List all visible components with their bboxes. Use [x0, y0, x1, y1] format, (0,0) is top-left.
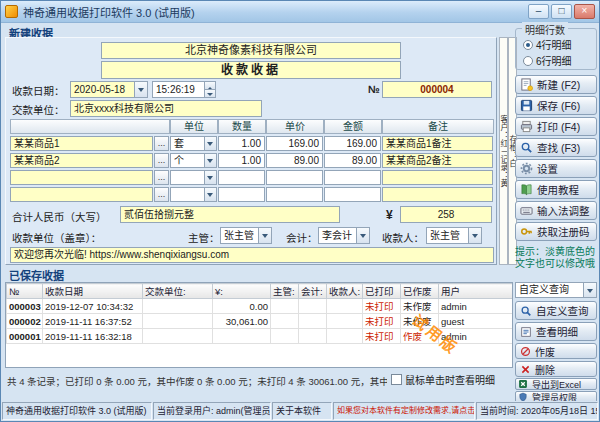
item-price-input[interactable]: 169.00 [266, 136, 323, 151]
item-browse-button[interactable]: ... [154, 170, 169, 185]
find-button[interactable]: 查找 (F3) [515, 138, 597, 157]
maximize-button[interactable]: □ [551, 4, 572, 19]
ime-adjust-button[interactable]: 输入法调整 [515, 201, 597, 220]
saved-row[interactable]: 000002 2019-11-11 16:37:52 30,061.00 未打印… [7, 314, 513, 329]
saved-col-user[interactable]: 用户 [439, 284, 513, 299]
item-note-input[interactable] [382, 187, 493, 202]
item-name-input[interactable]: 某某商品1 [10, 136, 153, 151]
query-type-select[interactable]: 自定义查询 [515, 282, 597, 298]
ime-adjust-button-label: 输入法调整 [537, 203, 590, 218]
chevron-down-icon[interactable] [583, 283, 596, 297]
receipt-time-field[interactable]: 15:26:19 [152, 81, 216, 98]
click-to-view-checkbox[interactable]: 鼠标单击时查看明细 [391, 372, 495, 387]
time-spinner[interactable] [204, 82, 215, 97]
saved-row[interactable]: 000003 2019-12-07 10:34:32 0.00 未打印 未作废 … [7, 299, 513, 314]
tutorial-button[interactable]: 使用教程 [515, 180, 597, 199]
item-name-input[interactable] [10, 187, 153, 202]
item-note-input[interactable]: 某某商品2备注 [382, 153, 493, 168]
chevron-down-icon[interactable] [356, 228, 369, 243]
chevron-down-icon[interactable] [204, 171, 216, 184]
saved-receipts-grid: № 收款日期 交款单位: ¥: 主管: 会计: 收款人: 已打印 已作废 用户 … [5, 282, 513, 368]
welcome-note-field[interactable]: 欢迎您再次光临! https://www.shenqixiangsu.com [10, 247, 494, 263]
saved-col-payer[interactable]: 交款单位: [143, 284, 213, 299]
item-browse-button[interactable]: ... [154, 153, 169, 168]
item-amount-input[interactable]: 89.00 [324, 153, 381, 168]
cell-cashier [327, 329, 363, 344]
title-bar: 神奇通用收据打印软件 3.0 (试用版) – □ × [1, 1, 599, 23]
view-detail-button[interactable]: 查看明细 [515, 322, 597, 341]
item-price-input[interactable]: 89.00 [266, 153, 323, 168]
total-amount-field[interactable]: 258 [400, 206, 492, 223]
cashier-select[interactable]: 张主管 [426, 227, 482, 244]
checkbox-icon[interactable] [391, 374, 402, 385]
item-price-input[interactable] [266, 187, 323, 202]
chevron-down-icon[interactable] [204, 154, 216, 167]
custom-query-button[interactable]: 自定义查询 [515, 301, 597, 320]
saved-row[interactable]: 000001 2019-11-11 16:32:18 未打印 作废 admin [7, 329, 513, 344]
item-browse-button[interactable]: ... [154, 136, 169, 151]
item-qty-input[interactable] [218, 170, 265, 185]
saved-col-accountant[interactable]: 会计: [299, 284, 327, 299]
item-amount-input[interactable]: 169.00 [324, 136, 381, 151]
item-qty-input[interactable]: 1.00 [218, 136, 265, 151]
payer-field[interactable]: 北京xxxx科技有限公司 [70, 100, 262, 117]
get-license-button[interactable]: 获取注册码 [515, 222, 597, 241]
receipt-title-field[interactable]: 收款收据 [101, 61, 401, 79]
radio-icon[interactable] [523, 40, 533, 50]
new-button[interactable]: 新建 (F2) [515, 75, 597, 94]
key-icon [520, 225, 533, 238]
export-excel-button[interactable]: 导出到Excel [515, 378, 597, 390]
supervisor-select[interactable]: 张主管 [220, 227, 272, 244]
item-note-input[interactable] [382, 170, 493, 185]
new-button-label: 新建 (F2) [537, 77, 580, 92]
item-price-input[interactable] [266, 170, 323, 185]
total-label: 合计人民币（大写） [12, 209, 107, 224]
radio-4-rows[interactable]: 4行明细 [523, 37, 572, 52]
chevron-down-icon[interactable] [468, 228, 481, 243]
chevron-down-icon[interactable] [204, 188, 216, 201]
void-button[interactable]: 作废 [515, 343, 597, 359]
saved-col-date[interactable]: 收款日期 [43, 284, 143, 299]
chevron-down-icon[interactable] [258, 228, 271, 243]
item-qty-input[interactable] [218, 187, 265, 202]
saved-col-supervisor[interactable]: 主管: [271, 284, 299, 299]
item-unit-select[interactable] [170, 187, 217, 202]
calendar-dropdown-icon[interactable] [134, 82, 147, 97]
status-app-name: 神奇通用收据打印软件 3.0 (试用版) [2, 402, 152, 420]
item-unit-select[interactable]: 套 [170, 136, 217, 151]
settings-button[interactable]: 设置 [515, 159, 597, 178]
item-col-header-note: 备注 [382, 119, 494, 134]
delete-button[interactable]: 删除 [515, 361, 597, 377]
save-button[interactable]: 保存 (F6) [515, 96, 597, 115]
spin-down-icon[interactable] [204, 89, 215, 97]
item-unit-select[interactable] [170, 170, 217, 185]
chevron-down-icon[interactable] [204, 137, 216, 150]
saved-col-amount[interactable]: ¥: [213, 284, 271, 299]
receipt-number-field[interactable]: 000004 [382, 81, 492, 98]
accountant-select[interactable]: 李会计 [318, 227, 370, 244]
item-name-input[interactable]: 某某商品2 [10, 153, 153, 168]
item-name-input[interactable] [10, 170, 153, 185]
item-amount-input[interactable] [324, 170, 381, 185]
total-in-words-field[interactable]: 贰佰伍拾捌元整 [120, 206, 340, 223]
print-button[interactable]: 打印 (F4) [515, 117, 597, 136]
status-about-link[interactable]: 关于本软件 [272, 402, 332, 420]
radio-6-rows[interactable]: 6行明细 [523, 53, 572, 68]
saved-col-voided[interactable]: 已作废 [401, 284, 439, 299]
saved-col-no[interactable]: № [7, 284, 43, 299]
spin-up-icon[interactable] [204, 82, 215, 89]
radio-icon[interactable] [523, 56, 533, 66]
item-amount-input[interactable] [324, 187, 381, 202]
company-name-field[interactable]: 北京神奇像素科技有限公司 [101, 42, 401, 59]
saved-col-printed[interactable]: 已打印 [363, 284, 401, 299]
item-unit-select[interactable]: 个 [170, 153, 217, 168]
item-qty-input[interactable]: 1.00 [218, 153, 265, 168]
saved-col-cashier[interactable]: 收款人: [327, 284, 363, 299]
minimize-button[interactable]: – [528, 4, 549, 19]
item-browse-button[interactable]: ... [154, 187, 169, 202]
cell-payer [143, 329, 213, 344]
item-note-input[interactable]: 某某商品1备注 [382, 136, 493, 151]
close-button[interactable]: × [574, 4, 595, 19]
receipt-date-picker[interactable]: 2020-05-18 [70, 81, 148, 98]
status-contact-link[interactable]: 如果您对本软件有定制修改需求,请点击这里联系我们 [333, 402, 475, 420]
